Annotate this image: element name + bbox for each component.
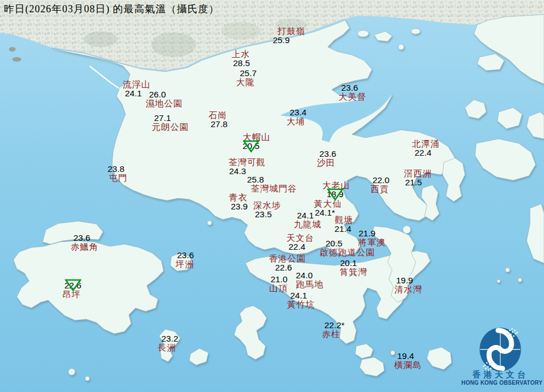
station-value: 27.8 xyxy=(210,120,229,129)
station-name: 石崗 xyxy=(209,111,227,120)
station-sheung-shui: 上水 28.5 xyxy=(232,50,250,68)
station-name: 滘西洲 xyxy=(404,169,432,178)
station-value: 23.5 xyxy=(249,210,277,219)
station-name: 流浮山 xyxy=(123,80,151,89)
station-tsuen-wan-shing-mun-valley: 25.8荃灣城門谷 xyxy=(251,175,297,193)
station-ngong-ping: 22.6昂坪 xyxy=(63,281,81,299)
station-name: 屯門 xyxy=(109,174,128,183)
station-name: 橫瀾島 xyxy=(394,361,422,370)
station-chek-lap-kok: 23.6赤鱲角 xyxy=(71,234,99,251)
station-tates-cairn: 大老山 18.9 xyxy=(322,181,350,199)
station-name: 大美督 xyxy=(338,92,366,101)
station-waglan-island: 19.4橫瀾島 xyxy=(394,352,422,370)
station-tsing-yi: 青衣 23.9 xyxy=(229,193,248,211)
station-name: 黃竹坑 xyxy=(287,300,315,309)
station-value: 27.1 xyxy=(144,114,181,123)
station-name: 深水埗 xyxy=(253,201,281,210)
station-value: 23.4 xyxy=(289,108,308,117)
station-value: 25.7 xyxy=(239,69,258,78)
station-name: 大埔 xyxy=(287,117,305,126)
station-name: 打鼓嶺 xyxy=(277,27,305,36)
station-peng-chau: 23.6坪洲 xyxy=(176,251,194,269)
station-value: 22.4 xyxy=(409,148,437,157)
station-name: 西貢 xyxy=(371,185,389,194)
station-value: 22.6 xyxy=(64,281,82,290)
station-value: 24.1 xyxy=(285,291,313,300)
station-tsuen-wan-ho-koon: 荃灣可觀 24.3 xyxy=(229,158,266,176)
station-name: 沙田 xyxy=(317,158,336,167)
station-value: 23.8 xyxy=(107,165,125,174)
station-cheung-chau: 23.2長洲 xyxy=(158,334,176,352)
station-clear-water-bay: 19.9清水灣 xyxy=(394,276,422,294)
station-name: 九龍城 xyxy=(294,220,322,229)
station-tai-po: 23.4大埔 xyxy=(287,108,305,126)
hko-logo: 香港天文台 HONG KONG OBSERVATORY xyxy=(459,324,544,392)
station-kau-sai-chau: 滘西洲 21.5 xyxy=(404,169,432,187)
station-wetland-park: 26.0濕地公園 xyxy=(146,90,183,108)
station-yuen-long-park: 27.1元朗公園 xyxy=(152,114,189,132)
station-value: 26.0 xyxy=(139,90,176,99)
hko-logo-icon xyxy=(473,326,527,373)
station-value: 28.5 xyxy=(233,59,251,68)
station-stanley: 22.2*赤柱 xyxy=(321,321,341,339)
station-name: 香港公園 xyxy=(269,254,306,263)
hko-logo-chinese: 香港天文台 xyxy=(467,370,534,380)
station-name: 清水灣 xyxy=(394,285,422,294)
station-wong-chuk-hang: 24.1黃竹坑 xyxy=(287,291,315,309)
station-ta-lung: 25.7大隴 xyxy=(236,69,255,87)
station-value: 21.5 xyxy=(399,178,427,187)
station-name: 啟德跑道公園 xyxy=(320,248,375,257)
station-value: 23.6 xyxy=(68,234,96,242)
page-title: 昨日(2026年03月08日) 的最高氣溫（攝氏度） xyxy=(4,2,220,16)
station-happy-valley: 24.0跑馬地 xyxy=(296,271,324,289)
station-value: 22.2* xyxy=(324,321,345,330)
station-value: 25.8 xyxy=(233,175,279,184)
station-value: 23.2 xyxy=(161,334,179,343)
station-value: 20.5 xyxy=(237,142,265,151)
station-value: 23.6 xyxy=(176,251,195,260)
station-name: 北潭涌 xyxy=(412,139,440,148)
station-value: 23.6 xyxy=(319,150,337,158)
station-name: 筲箕灣 xyxy=(340,268,368,277)
station-shau-kei-wan: 20.1筲箕灣 xyxy=(340,259,368,277)
station-sham-shui-po: 深水埗 23.5 xyxy=(253,201,281,219)
station-name: 大帽山 xyxy=(243,133,271,142)
station-shek-kong: 石崗 27.8 xyxy=(209,111,227,129)
station-value: 23.9 xyxy=(230,202,249,211)
station-value: 22.0 xyxy=(372,176,390,185)
station-kowloon-city: 24.1九龍城 xyxy=(294,211,322,229)
station-pak-tam-chung: 北潭涌 22.4 xyxy=(412,139,440,157)
station-sai-kung: 22.0西貢 xyxy=(371,176,389,194)
station-value: 21.0 xyxy=(270,275,289,284)
station-name: 荃灣城門谷 xyxy=(251,184,297,193)
station-kai-tak-runway-park: 20.5啟德跑道公園 xyxy=(320,239,375,257)
station-value: 24.0 xyxy=(290,271,318,280)
station-name: 黃大仙 xyxy=(314,199,342,208)
station-name: 荃灣可觀 xyxy=(229,158,266,167)
station-value: 19.9 xyxy=(390,276,419,285)
station-kwun-tong: 觀塘 21.4 xyxy=(335,216,354,234)
station-sha-tin: 23.6沙田 xyxy=(317,150,336,167)
station-tai-mo-shan: 大帽山 20.5 xyxy=(243,133,271,151)
station-value: 24.1 xyxy=(291,211,319,220)
station-name: 濕地公園 xyxy=(146,99,183,108)
station-hong-kong-park: 香港公園 22.6 xyxy=(269,254,306,272)
station-value: 25.9 xyxy=(267,36,295,45)
station-name: 觀塘 xyxy=(335,216,354,225)
station-name: 大老山 xyxy=(322,181,350,190)
station-ta-kwu-ling: 打鼓嶺 25.9 xyxy=(277,27,305,45)
max-temperature-map-screen: 昨日(2026年03月08日) 的最高氣溫（攝氏度） 打鼓嶺 25.9 上水 2… xyxy=(0,0,544,392)
station-name: 元朗公園 xyxy=(152,123,189,132)
station-value: 21.9 xyxy=(353,229,381,238)
station-value: 18.9 xyxy=(321,190,349,199)
station-value: 20.1 xyxy=(334,259,362,268)
station-value: 23.6 xyxy=(336,83,364,92)
station-name: 赤鱲角 xyxy=(71,242,99,251)
station-tuen-mun: 23.8屯門 xyxy=(109,165,128,183)
station-the-peak: 21.0山頂 xyxy=(269,275,288,293)
station-name: 赤柱 xyxy=(321,330,341,339)
station-value: 19.4 xyxy=(392,352,420,361)
station-value: 21.4 xyxy=(334,225,352,234)
station-name: 上水 xyxy=(232,50,250,59)
hko-logo-english: HONG KONG OBSERVATORY xyxy=(457,380,544,386)
